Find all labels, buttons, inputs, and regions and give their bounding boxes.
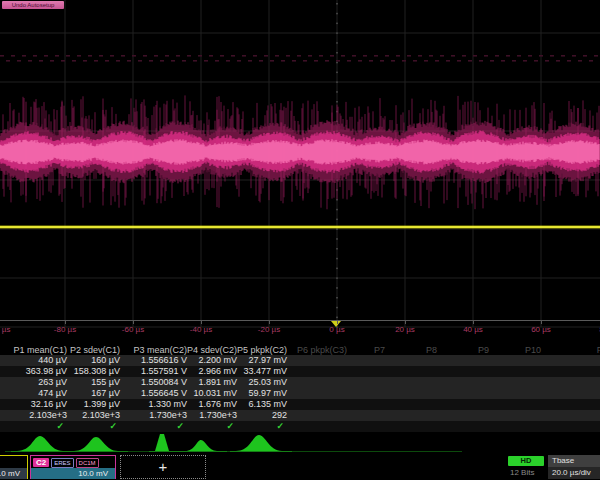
time-axis-label: -100 µs (0, 325, 10, 334)
time-axis-label: -20 µs (258, 325, 280, 334)
oscilloscope-screen: Undo Autosetup -100 µs-80 µs-60 µs-40 µs… (0, 0, 600, 480)
time-axis-label: 60 µs (531, 325, 551, 334)
measurement-table[interactable]: P1 mean(C1)P2 sdev(C1)P3 mean(C2)P4 sdev… (0, 345, 600, 432)
time-axis-label: -40 µs (190, 325, 212, 334)
time-axis-tick (473, 321, 474, 324)
add-trace-button[interactable]: + (120, 455, 206, 479)
timebase-label: Tbase (548, 455, 600, 467)
time-axis-label: 0 µs (329, 325, 344, 334)
graticule-waveform-area[interactable] (0, 0, 600, 330)
c1-vdiv: 10.0 mV (0, 468, 27, 479)
c1-descriptor-top: C1 DC1M (0, 456, 27, 468)
measure-row: 474 µV167 µV1.556645 V10.031 mV59.97 mV (0, 388, 600, 399)
time-axis: -100 µs-80 µs-60 µs-40 µs-20 µs0 µs20 µs… (0, 318, 600, 342)
time-axis-label: -80 µs (54, 325, 76, 334)
time-axis-tick (541, 321, 542, 324)
descriptor-bar: C1 DC1M 10.0 mV C2 ERES DC1M 10.0 mV + H… (0, 455, 600, 480)
time-axis-label: 40 µs (463, 325, 483, 334)
c2-vdiv: 10.0 mV (31, 468, 115, 479)
time-axis-tick (133, 321, 134, 324)
measure-value: 33.477 mV (0, 366, 287, 377)
time-axis-tick (405, 321, 406, 324)
measure-header-row[interactable]: P1 mean(C1)P2 sdev(C1)P3 mean(C2)P4 sdev… (0, 345, 600, 355)
status-check-icon: ✓ (0, 421, 284, 432)
measure-value: 292 (0, 410, 287, 421)
time-axis-tick (269, 321, 270, 324)
time-axis-tick (201, 321, 202, 324)
measure-row: 2.103e+32.103e+31.730e+31.730e+3292 (0, 410, 600, 421)
c2-eres-badge: ERES (51, 458, 73, 468)
measure-value: 25.03 mV (0, 377, 287, 388)
channel-c2-descriptor[interactable]: C2 ERES DC1M 10.0 mV (30, 455, 116, 479)
hd-mode-badge[interactable]: HD (508, 456, 544, 466)
measure-status-row: ✓✓✓✓✓ (0, 421, 600, 432)
time-axis-label: 20 µs (395, 325, 415, 334)
measure-row: 32.16 µV1.399 µV1.330 mV1.676 mV6.135 mV (0, 399, 600, 410)
measure-row: 440 µV160 µV1.556616 V2.200 mV27.97 mV (0, 355, 600, 366)
measure-value: 27.97 mV (0, 355, 287, 366)
measure-value: 6.135 mV (0, 399, 287, 410)
time-axis-tick (337, 321, 338, 324)
measure-header-unused: P11 (0, 345, 600, 355)
undo-autosetup-badge[interactable]: Undo Autosetup (2, 1, 64, 9)
measure-row: 263 µV155 µV1.550084 V1.891 mV25.03 mV (0, 377, 600, 388)
timebase-value: 20.0 µs/div (548, 467, 600, 479)
channel-c1-descriptor[interactable]: C1 DC1M 10.0 mV (0, 455, 28, 479)
time-axis-line (0, 320, 600, 321)
time-axis-tick (65, 321, 66, 324)
resolution-bits-label: 12 Bits (510, 468, 534, 477)
parameter-histicons (0, 433, 600, 453)
time-axis-label: -60 µs (122, 325, 144, 334)
measure-row: 363.98 µV158.308 µV1.557591 V2.966 mV33.… (0, 366, 600, 377)
c2-descriptor-top: C2 ERES DC1M (31, 456, 115, 468)
c2-label: C2 (33, 458, 49, 467)
c2-coupling-badge: DC1M (76, 458, 99, 468)
timebase-descriptor[interactable]: Tbase 20.0 µs/div (548, 455, 600, 479)
measure-value: 59.97 mV (0, 388, 287, 399)
